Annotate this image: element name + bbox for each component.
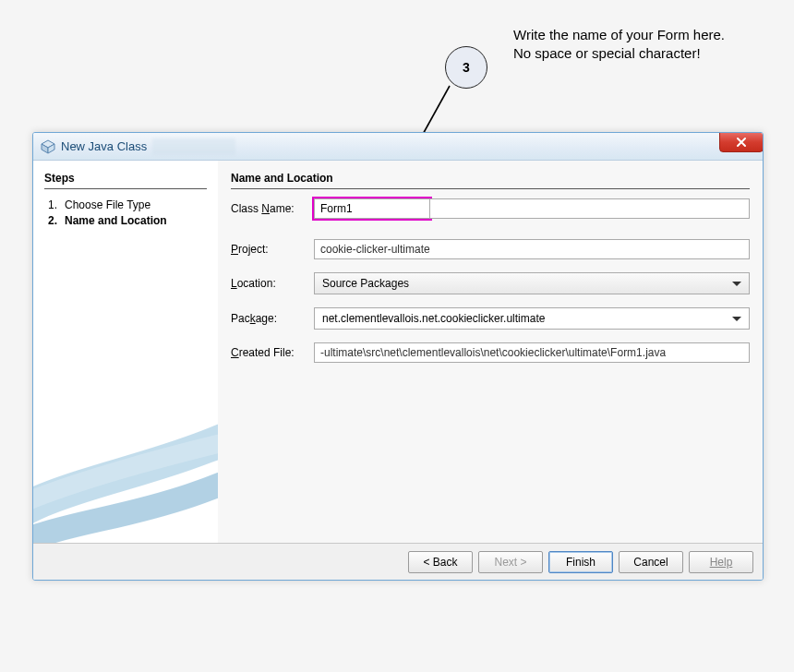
created-file-value: -ultimate\src\net\clementlevallois\net\c… [314, 342, 750, 363]
package-combo-value: net.clementlevallois.net.cookieclicker.u… [322, 312, 545, 325]
location-label: Location: [231, 277, 314, 290]
finish-button[interactable]: Finish [548, 551, 613, 573]
annotation-text-line1: Write the name of your Form here. [513, 26, 725, 44]
form-divider [231, 188, 750, 189]
steps-panel: Steps 1. Choose File Type 2. Name and Lo… [33, 161, 218, 543]
steps-item-2: 2. Name and Location [48, 214, 207, 227]
project-value: cookie-clicker-ultimate [314, 239, 750, 259]
steps-item-1-num: 1. [48, 198, 65, 211]
close-button[interactable] [719, 132, 764, 152]
titlebar[interactable]: New Java Class [33, 133, 763, 161]
cancel-button[interactable]: Cancel [619, 551, 683, 573]
created-file-row: Created File: -ultimate\src\net\clementl… [231, 342, 750, 363]
close-icon [736, 137, 747, 148]
steps-divider [44, 188, 207, 189]
project-label: Project: [231, 243, 314, 256]
steps-list: 1. Choose File Type 2. Name and Location [44, 198, 207, 227]
back-button[interactable]: < Back [408, 551, 473, 573]
project-row: Project: cookie-clicker-ultimate [231, 239, 750, 259]
app-icon [41, 139, 55, 154]
dialog-body: Steps 1. Choose File Type 2. Name and Lo… [33, 161, 763, 543]
main-panel: Name and Location Class Name: Project: c… [218, 161, 763, 543]
annotation-step-number: 3 [463, 60, 470, 75]
package-label: Package: [231, 312, 314, 325]
annotation-text: Write the name of your Form here. No spa… [513, 26, 725, 64]
button-bar: < Back Next > Finish Cancel Help [33, 543, 763, 580]
help-button[interactable]: Help [689, 551, 753, 573]
steps-heading: Steps [44, 172, 207, 185]
wizard-swoosh-decoration [33, 377, 218, 543]
dialog-title: New Java Class [61, 139, 147, 153]
created-file-label: Created File: [231, 346, 314, 359]
package-combo[interactable]: net.clementlevallois.net.cookieclicker.u… [314, 307, 750, 330]
dialog-window: New Java Class Steps 1. Choose File Type… [32, 132, 764, 581]
class-name-label: Class Name: [231, 202, 314, 215]
next-button[interactable]: Next > [478, 551, 543, 573]
class-name-row: Class Name: [231, 198, 750, 219]
steps-item-1: 1. Choose File Type [48, 198, 207, 211]
location-combo-value: Source Packages [322, 277, 409, 290]
steps-item-1-label: Choose File Type [65, 198, 150, 211]
package-row: Package: net.clementlevallois.net.cookie… [231, 307, 750, 330]
steps-item-2-num: 2. [48, 214, 65, 227]
form-heading: Name and Location [231, 172, 750, 185]
location-row: Location: Source Packages [231, 272, 750, 294]
location-combo[interactable]: Source Packages [314, 272, 750, 294]
titlebar-blur-decoration [152, 138, 235, 155]
class-name-input-extension[interactable] [430, 198, 750, 219]
steps-item-2-label: Name and Location [65, 214, 167, 227]
annotation-step-circle: 3 [445, 46, 487, 89]
annotation-text-line2: No space or special character! [513, 44, 725, 63]
class-name-input[interactable] [314, 198, 430, 219]
